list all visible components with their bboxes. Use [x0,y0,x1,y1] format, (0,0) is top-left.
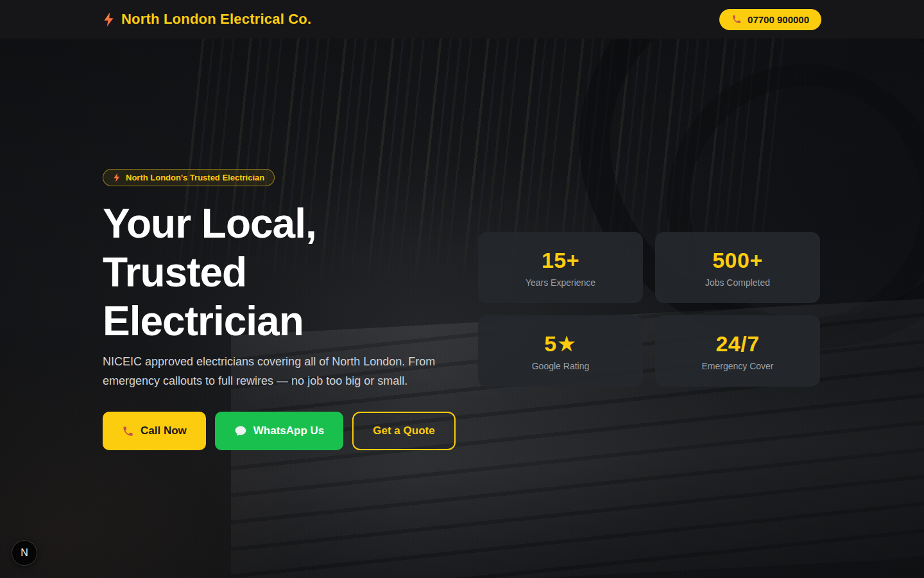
whatsapp-label: WhatsApp Us [253,425,325,437]
hero-description: NICEIC approved electricians covering al… [103,352,454,390]
stat-value: 24/7 [715,331,759,356]
header-phone-label: 07700 900000 [748,14,809,25]
call-now-button[interactable]: Call Now [103,412,206,450]
page-title-line: Trusted [103,248,316,297]
whatsapp-button[interactable]: WhatsApp Us [215,412,344,450]
trust-badge-label: North London's Trusted Electrician [126,173,264,182]
get-quote-button[interactable]: Get a Quote [352,412,455,450]
hero-section: North London's Trusted Electrician Your … [0,39,924,578]
stat-value: 15+ [542,248,579,273]
brand-title: North London Electrical Co. [121,11,311,28]
call-now-label: Call Now [141,425,187,437]
stat-card-emergency-cover: 24/7 Emergency Cover [655,315,820,387]
stat-value: 5★ [544,331,576,356]
lightning-bolt-icon [113,172,121,183]
page-title-line: Electrician [103,297,316,346]
get-quote-label: Get a Quote [373,425,434,437]
nextjs-dev-badge[interactable]: N [12,541,37,565]
stat-label: Years Experience [526,277,595,288]
stat-label: Jobs Completed [705,277,770,288]
phone-icon [122,425,134,437]
brand: North London Electrical Co. [103,11,311,28]
stat-value: 500+ [712,248,763,273]
page-title-line: Your Local, [103,199,316,248]
stat-card-jobs-completed: 500+ Jobs Completed [655,232,820,303]
phone-icon [732,14,742,24]
stats-grid: 15+ Years Experience 500+ Jobs Completed… [478,232,820,387]
chat-bubble-icon [234,425,247,437]
page-title: Your Local, Trusted Electrician [103,199,316,346]
top-nav: North London Electrical Co. 07700 900000 [0,0,924,39]
stat-card-google-rating: 5★ Google Rating [478,315,643,387]
header-phone-button[interactable]: 07700 900000 [719,9,821,30]
trust-badge: North London's Trusted Electrician [103,169,275,186]
stat-card-years-experience: 15+ Years Experience [478,232,643,303]
stat-label: Emergency Cover [701,361,773,371]
stat-label: Google Rating [532,361,590,371]
cta-button-row: Call Now WhatsApp Us Get a Quote [103,412,456,450]
lightning-bolt-icon [103,11,115,28]
